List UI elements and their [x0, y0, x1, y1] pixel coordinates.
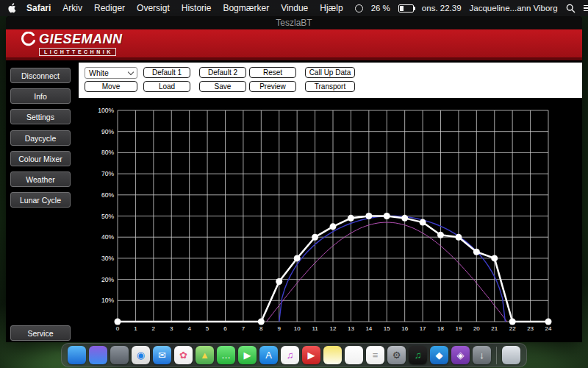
- toolbar-button-call-up-data[interactable]: Call Up Data: [305, 67, 355, 78]
- dock-icon-red-media-app[interactable]: ▶: [302, 346, 320, 364]
- curve-point-h17[interactable]: [420, 219, 426, 226]
- dock-icon-spotify[interactable]: ♫: [409, 346, 427, 364]
- channel-select[interactable]: White: [85, 67, 137, 79]
- x-tick-label: 1: [134, 325, 137, 332]
- dock-icon-app-store[interactable]: A: [259, 346, 278, 364]
- red-media-app-glyph: ▶: [308, 350, 315, 361]
- menu-arkiv[interactable]: Arkiv: [62, 3, 82, 13]
- curve-point-h22[interactable]: [509, 319, 516, 325]
- toolbar-button-default-2[interactable]: Default 2: [199, 67, 246, 78]
- notification-center-icon[interactable]: [584, 5, 588, 12]
- dock-icon-photos[interactable]: ✿: [174, 346, 193, 364]
- dock: ◉✉✿▲…▶A♫▶≡⚙♫◆◈↓: [61, 343, 527, 367]
- menu-hj-lp[interactable]: Hjælp: [320, 3, 343, 13]
- curve-point-h11[interactable]: [312, 234, 318, 241]
- curve-point-h15[interactable]: [384, 213, 390, 219]
- curve-point-h18[interactable]: [437, 232, 444, 238]
- dock-icon-trash[interactable]: [502, 346, 520, 364]
- dock-icon-calendar[interactable]: [345, 346, 363, 364]
- x-tick-label: 2: [152, 325, 156, 332]
- menu-clock[interactable]: ons. 22.39: [422, 4, 462, 13]
- menu-user-name[interactable]: Jacqueline...ann Viborg: [470, 4, 558, 13]
- curve-point-h19[interactable]: [455, 234, 462, 241]
- toolbar-button-transport[interactable]: Transport: [305, 81, 355, 92]
- spotlight-search-icon[interactable]: [566, 4, 576, 13]
- apple-menu-icon[interactable]: [7, 3, 16, 13]
- dock-icon-itunes[interactable]: ♫: [281, 346, 299, 364]
- window-title: TeszlaBT: [276, 18, 312, 28]
- sidebar-button-service[interactable]: Service: [10, 325, 71, 341]
- dock-icon-finder[interactable]: [68, 346, 86, 364]
- toolbar-button-reset[interactable]: Reset: [249, 67, 296, 78]
- blue-app-glyph: ◆: [436, 350, 443, 361]
- x-tick-label: 21: [491, 325, 498, 332]
- sidebar-button-disconnect[interactable]: Disconnect: [10, 68, 71, 83]
- curve-point-h20[interactable]: [473, 249, 480, 255]
- gray-utility-app-glyph: ↓: [479, 350, 484, 361]
- window-titlebar[interactable]: TeszlaBT: [6, 16, 582, 29]
- battery-icon[interactable]: [398, 4, 414, 13]
- menu-bar: Safari ArkivRedigerOversigtHistorieBogmæ…: [0, 0, 588, 16]
- sidebar-button-settings[interactable]: Settings: [10, 109, 71, 124]
- x-tick-label: 12: [330, 325, 337, 332]
- curve-point-h16[interactable]: [401, 215, 408, 222]
- x-tick-label: 16: [401, 325, 408, 332]
- dock-icon-blue-app[interactable]: ◆: [430, 346, 448, 364]
- curve-point-h9[interactable]: [276, 278, 282, 285]
- dock-divider: [496, 347, 497, 364]
- y-tick-label: 100%: [98, 107, 114, 114]
- curve-point-h21[interactable]: [491, 255, 498, 261]
- menu-bogm-rker[interactable]: Bogmærker: [223, 3, 269, 13]
- dock-icon-system-preferences[interactable]: ⚙: [387, 346, 406, 364]
- itunes-glyph: ♫: [287, 350, 294, 361]
- app-window: TeszlaBT GIESEMANN LICHTTECHNIK Disconne…: [6, 16, 582, 342]
- reminders-glyph: ≡: [373, 350, 379, 361]
- curve-point-h0[interactable]: [115, 319, 121, 325]
- dock-icon-facetime[interactable]: ▶: [238, 346, 257, 364]
- dock-icon-safari[interactable]: ◉: [132, 346, 150, 364]
- curve-point-h10[interactable]: [294, 255, 301, 261]
- x-tick-label: 11: [312, 325, 318, 332]
- dock-icon-siri[interactable]: [89, 346, 107, 364]
- dock-icon-purple-app[interactable]: ◈: [451, 346, 470, 364]
- sidebar-button-colour-mixer[interactable]: Colour Mixer: [10, 151, 71, 166]
- brand-header: GIESEMANN LICHTTECHNIK: [6, 29, 582, 60]
- dock-icon-gray-utility-app[interactable]: ↓: [473, 346, 491, 364]
- dock-icon-messages[interactable]: …: [217, 346, 235, 364]
- toolbar-button-default-1[interactable]: Default 1: [143, 67, 190, 78]
- x-tick-label: 24: [545, 325, 552, 332]
- curve-point-h24[interactable]: [545, 319, 552, 325]
- y-tick-label: 60%: [101, 191, 114, 199]
- x-tick-label: 18: [437, 325, 444, 332]
- x-tick-label: 7: [242, 325, 245, 332]
- toolbar-button-move[interactable]: Move: [85, 81, 137, 92]
- sidebar-button-weather[interactable]: Weather: [10, 171, 71, 187]
- dock-icon-launchpad[interactable]: [110, 346, 129, 364]
- sidebar-button-info[interactable]: Info: [10, 88, 71, 104]
- sidebar-button-lunar-cycle[interactable]: Lunar Cycle: [10, 192, 71, 208]
- dock-icon-notes[interactable]: [323, 346, 342, 364]
- menu-oversigt[interactable]: Oversigt: [137, 3, 170, 13]
- menu-historie[interactable]: Historie: [182, 3, 212, 13]
- x-tick-label: 0: [116, 325, 120, 332]
- curve-point-h13[interactable]: [348, 215, 354, 222]
- dock-icon-mail[interactable]: ✉: [153, 346, 171, 364]
- curve-point-h12[interactable]: [330, 223, 337, 230]
- toolbar-button-load[interactable]: Load: [143, 81, 190, 92]
- sidebar-button-daycycle[interactable]: Daycycle: [10, 130, 71, 146]
- chart-axis-labels: 10%20%30%40%50%60%70%80%90%100%012345678…: [98, 107, 552, 332]
- x-tick-label: 4: [187, 325, 191, 332]
- x-tick-label: 20: [473, 325, 480, 332]
- menu-app-name[interactable]: Safari: [26, 3, 51, 13]
- curve-point-h14[interactable]: [365, 213, 372, 219]
- toolbar-button-save[interactable]: Save: [199, 81, 246, 92]
- menu-vindue[interactable]: Vindue: [281, 3, 308, 13]
- x-tick-label: 5: [206, 325, 209, 332]
- x-tick-label: 3: [170, 325, 173, 332]
- dock-icon-maps[interactable]: ▲: [196, 346, 214, 364]
- curve-point-h8[interactable]: [258, 319, 265, 325]
- menu-rediger[interactable]: Rediger: [94, 3, 125, 13]
- toolbar-button-preview[interactable]: Preview: [249, 81, 296, 92]
- dock-icon-reminders[interactable]: ≡: [366, 346, 384, 364]
- status-ring-icon[interactable]: [355, 4, 363, 13]
